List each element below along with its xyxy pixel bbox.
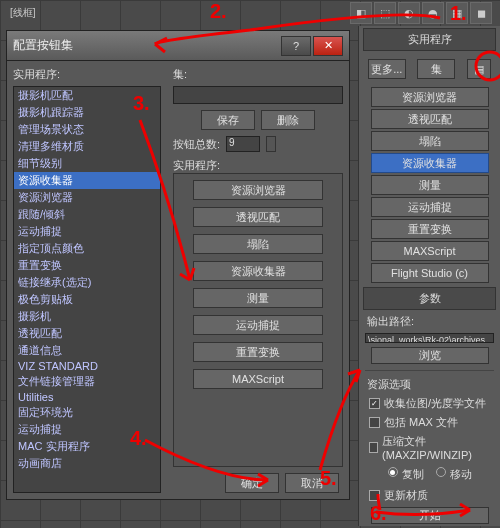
slot-button[interactable]: 资源浏览器: [193, 180, 323, 200]
list-item[interactable]: 动画商店: [14, 455, 160, 472]
utility-button[interactable]: Flight Studio (c): [371, 263, 489, 283]
list-item[interactable]: VIZ STANDARD: [14, 359, 160, 373]
more-button[interactable]: 更多...: [368, 59, 406, 79]
tool-icon[interactable]: ◼: [470, 2, 492, 24]
set-label: 集:: [173, 67, 343, 82]
tool-icon[interactable]: ◓: [422, 2, 444, 24]
utilities-listbox[interactable]: 摄影机匹配摄影机跟踪器管理场景状态清理多维材质细节级别资源收集器资源浏览器跟随/…: [13, 86, 161, 493]
slot-button[interactable]: 资源收集器: [193, 261, 323, 281]
checkbox-update-materials-label: 更新材质: [384, 488, 428, 503]
list-item[interactable]: 重置变换: [14, 257, 160, 274]
checkbox-bitmaps-label: 收集位图/光度学文件: [384, 396, 486, 411]
slot-button[interactable]: 透视匹配: [193, 207, 323, 227]
browse-button[interactable]: 浏览: [371, 347, 489, 364]
checkbox-update-materials[interactable]: [369, 490, 380, 501]
checkbox-maxfiles-label: 包括 MAX 文件: [384, 415, 458, 430]
utility-button[interactable]: MAXScript: [371, 241, 489, 261]
help-button[interactable]: ?: [281, 36, 311, 56]
radio-move-label: 移动: [450, 467, 472, 482]
list-item[interactable]: 指定顶点颜色: [14, 240, 160, 257]
list-item[interactable]: 细节级别: [14, 155, 160, 172]
button-count-label: 按钮总数:: [173, 137, 220, 152]
list-item[interactable]: 固定环境光: [14, 404, 160, 421]
slot-button[interactable]: MAXScript: [193, 369, 323, 389]
list-item[interactable]: 极色剪贴板: [14, 291, 160, 308]
dialog-title: 配置按钮集: [13, 37, 73, 54]
tool-icon[interactable]: ◧: [350, 2, 372, 24]
button-slot-list: 资源浏览器透视匹配塌陷资源收集器测量运动捕捉重置变换MAXScript: [173, 173, 343, 467]
delete-button[interactable]: 删除: [261, 110, 315, 130]
button-count-spinner[interactable]: 9: [226, 136, 260, 152]
sets-button[interactable]: 集: [417, 59, 455, 79]
radio-move[interactable]: [436, 467, 446, 477]
list-item[interactable]: 通道信息: [14, 342, 160, 359]
list-item[interactable]: 文件链接管理器: [14, 373, 160, 390]
begin-button[interactable]: 开始: [371, 507, 489, 524]
list-item[interactable]: 资源浏览器: [14, 189, 160, 206]
slot-button[interactable]: 运动捕捉: [193, 315, 323, 335]
checkbox-maxfiles[interactable]: [369, 417, 380, 428]
checkbox-zip-label: 压缩文件 (MAXZIP/WINZIP): [382, 434, 490, 461]
output-path-field[interactable]: \sional_works\Rk-02\archives: [365, 333, 494, 343]
checkbox-bitmaps[interactable]: ✓: [369, 398, 380, 409]
dialog-titlebar[interactable]: 配置按钮集 ? ✕: [7, 31, 349, 61]
utilities-panel: 实用程序 更多... 集 ▤ 资源浏览器透视匹配塌陷资源收集器测量运动捕捉重置变…: [358, 26, 500, 526]
list-item[interactable]: 管理场景状态: [14, 121, 160, 138]
utility-button[interactable]: 透视匹配: [371, 109, 489, 129]
list-item[interactable]: 透视匹配: [14, 325, 160, 342]
viewport-label: [线框]: [10, 6, 36, 20]
spinner-arrows[interactable]: [266, 136, 276, 152]
tool-icon[interactable]: ▦: [446, 2, 468, 24]
save-button[interactable]: 保存: [201, 110, 255, 130]
close-button[interactable]: ✕: [313, 36, 343, 56]
top-toolbar: ◧ ⬚ ◐ ◓ ▦ ◼: [350, 2, 492, 24]
utility-button[interactable]: 资源收集器: [371, 153, 489, 173]
utility-button[interactable]: 塌陷: [371, 131, 489, 151]
rollout-header-utilities[interactable]: 实用程序: [363, 28, 496, 51]
list-item[interactable]: 跟随/倾斜: [14, 206, 160, 223]
list-item[interactable]: 摄影机匹配: [14, 87, 160, 104]
radio-copy-label: 复制: [402, 467, 424, 482]
resource-options-label: 资源选项: [367, 377, 492, 392]
utility-button[interactable]: 运动捕捉: [371, 197, 489, 217]
tool-icon[interactable]: ⬚: [374, 2, 396, 24]
utility-button[interactable]: 测量: [371, 175, 489, 195]
utility-button[interactable]: 资源浏览器: [371, 87, 489, 107]
checkbox-zip[interactable]: [369, 442, 378, 453]
right-list-label: 实用程序:: [173, 158, 343, 173]
slot-button[interactable]: 重置变换: [193, 342, 323, 362]
list-item[interactable]: MAC 实用程序: [14, 438, 160, 455]
slot-button[interactable]: 测量: [193, 288, 323, 308]
set-dropdown[interactable]: [173, 86, 343, 104]
rollout-header-params[interactable]: 参数: [363, 287, 496, 310]
cancel-button[interactable]: 取消: [285, 473, 339, 493]
list-item[interactable]: 摄影机: [14, 308, 160, 325]
configure-icon[interactable]: ▤: [467, 59, 491, 79]
list-item[interactable]: 资源收集器: [14, 172, 160, 189]
left-list-label: 实用程序:: [13, 67, 161, 82]
list-item[interactable]: Utilities: [14, 390, 160, 404]
slot-button[interactable]: 塌陷: [193, 234, 323, 254]
radio-copy[interactable]: [388, 467, 398, 477]
list-item[interactable]: 运动捕捉: [14, 223, 160, 240]
tool-icon[interactable]: ◐: [398, 2, 420, 24]
configure-buttons-dialog: 配置按钮集 ? ✕ 实用程序: 摄影机匹配摄影机跟踪器管理场景状态清理多维材质细…: [6, 30, 350, 500]
list-item[interactable]: 链接继承(选定): [14, 274, 160, 291]
utility-button[interactable]: 重置变换: [371, 219, 489, 239]
list-item[interactable]: 摄影机跟踪器: [14, 104, 160, 121]
list-item[interactable]: 运动捕捉: [14, 421, 160, 438]
ok-button[interactable]: 确定: [225, 473, 279, 493]
list-item[interactable]: 清理多维材质: [14, 138, 160, 155]
output-path-label: 输出路径:: [367, 314, 492, 329]
